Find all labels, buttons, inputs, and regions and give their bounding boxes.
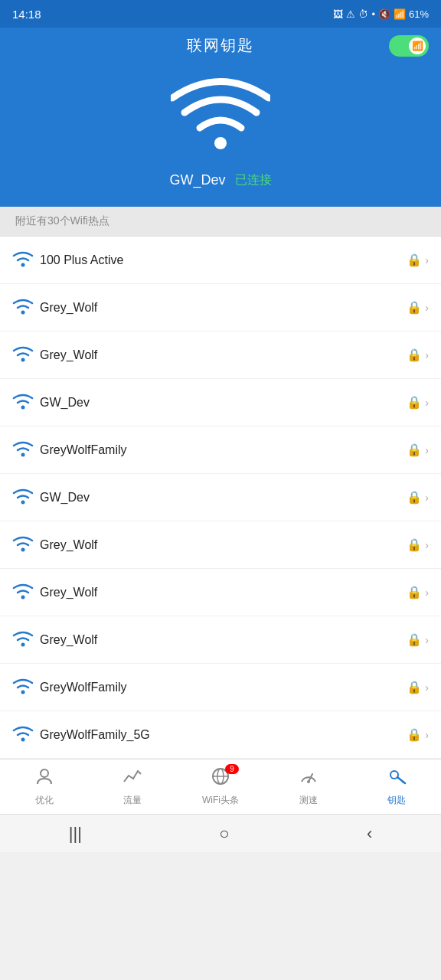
app-header: 联网钥匙 📶 GW_Dev 已连接: [0, 28, 441, 207]
lock-icon: 🔒: [407, 680, 422, 694]
nav-label-traffic: 流量: [123, 794, 142, 807]
lock-icon: 🔒: [407, 300, 422, 315]
wifi-list-item[interactable]: Grey_Wolf 🔒 ›: [0, 521, 441, 569]
nav-item-key[interactable]: 钥匙: [353, 760, 441, 814]
nav-label-wifiheadline: WiFi头条: [202, 794, 239, 807]
section-header-text: 附近有30个Wifi热点: [15, 214, 109, 227]
wifi-right-icons: 🔒 ›: [407, 348, 429, 362]
back-button[interactable]: ‹: [351, 818, 387, 850]
wifi-signal-icon: [12, 344, 40, 366]
svg-point-11: [21, 738, 25, 742]
svg-point-0: [214, 137, 227, 149]
mute-icon: 🔇: [378, 8, 390, 20]
lock-icon: 🔒: [407, 443, 422, 457]
lock-icon: 🔒: [407, 395, 422, 410]
wifi-list-item[interactable]: 100 Plus Active 🔒 ›: [0, 237, 441, 284]
wifi-name-label: Grey_Wolf: [40, 301, 407, 315]
wifi-signal-icon: [12, 581, 40, 603]
wifi-signal-icon: [12, 486, 40, 508]
toggle-wifi-icon: 📶: [412, 41, 423, 51]
wifi-right-icons: 🔒 ›: [407, 585, 429, 599]
chevron-right-icon: ›: [425, 729, 429, 741]
lock-icon: 🔒: [407, 348, 422, 362]
status-bar: 14:18 🖼 ⚠ ⏱ • 🔇 📶 61%: [0, 0, 441, 28]
system-nav: ||| ○ ‹: [0, 814, 441, 852]
nav-item-traffic[interactable]: 流量: [88, 760, 176, 814]
wifi-name-label: GreyWolfFamily_5G: [40, 728, 407, 742]
svg-point-17: [307, 780, 310, 783]
svg-point-4: [21, 406, 25, 410]
nav-label-speedtest: 测速: [299, 794, 318, 807]
svg-point-2: [21, 311, 25, 315]
nav-item-speedtest[interactable]: 测速: [265, 760, 353, 814]
wifi-list-item[interactable]: Grey_Wolf 🔒 ›: [0, 284, 441, 332]
chevron-right-icon: ›: [425, 349, 429, 361]
wifi-right-icons: 🔒 ›: [407, 253, 429, 267]
wifi-list-item[interactable]: GreyWolfFamily 🔒 ›: [0, 426, 441, 474]
nav-item-optimize[interactable]: 优化: [0, 760, 88, 814]
lock-icon: 🔒: [407, 253, 422, 267]
svg-point-10: [21, 691, 25, 694]
photo-icon: 🖼: [333, 8, 343, 20]
wifi-list-item[interactable]: Grey_Wolf 🔒 ›: [0, 332, 441, 379]
section-header: 附近有30个Wifi热点: [0, 207, 441, 237]
wifi-signal-icon: [12, 724, 40, 746]
svg-point-1: [21, 263, 25, 267]
wifi-list-item[interactable]: GW_Dev 🔒 ›: [0, 474, 441, 521]
nav-icon-traffic: [122, 766, 142, 791]
connected-ssid: GW_Dev: [169, 172, 225, 188]
chevron-right-icon: ›: [425, 492, 429, 504]
lock-icon: 🔒: [407, 727, 422, 742]
wifi-list-item[interactable]: GreyWolfFamily_5G 🔒 ›: [0, 711, 441, 759]
chevron-right-icon: ›: [425, 586, 429, 599]
wifi-name-label: Grey_Wolf: [40, 586, 407, 599]
nav-badge: 9: [225, 764, 239, 774]
wifi-signal-icon: [12, 534, 40, 556]
home-button[interactable]: ○: [204, 818, 244, 850]
nav-icon-speedtest: [299, 766, 318, 791]
wifi-big-icon: [171, 73, 270, 160]
chevron-right-icon: ›: [425, 444, 429, 456]
wifi-right-icons: 🔒 ›: [407, 632, 429, 647]
chevron-right-icon: ›: [425, 634, 429, 646]
toggle-knob: 📶: [409, 38, 426, 54]
nav-icon-optimize: [34, 766, 54, 791]
svg-point-12: [41, 769, 48, 777]
wifi-toggle[interactable]: 📶: [389, 35, 429, 57]
app-title: 联网钥匙: [187, 35, 254, 56]
lock-icon: 🔒: [407, 585, 422, 599]
wifi-name-label: GW_Dev: [40, 491, 407, 505]
wifi-list-item[interactable]: Grey_Wolf 🔒 ›: [0, 569, 441, 616]
connected-label: 已连接: [235, 172, 272, 188]
nav-label-key: 钥匙: [387, 794, 406, 807]
warning-icon: ⚠: [346, 8, 355, 20]
chevron-right-icon: ›: [425, 397, 429, 409]
recents-button[interactable]: |||: [54, 818, 97, 850]
svg-point-5: [21, 453, 25, 457]
wifi-signal-icon: [12, 676, 40, 698]
wifi-list: 100 Plus Active 🔒 › Grey_Wolf 🔒 ›: [0, 237, 441, 759]
nav-item-wifiheadline[interactable]: 9 WiFi头条: [176, 760, 264, 814]
dot-icon: •: [371, 8, 375, 20]
wifi-name-label: GreyWolfFamily: [40, 681, 407, 694]
wifi-name-label: Grey_Wolf: [40, 538, 407, 552]
nav-icon-key: [387, 766, 407, 791]
wifi-name-label: Grey_Wolf: [40, 633, 407, 647]
clock-icon: ⏱: [358, 8, 368, 20]
chevron-right-icon: ›: [425, 681, 429, 694]
wifi-list-item[interactable]: GW_Dev 🔒 ›: [0, 379, 441, 426]
lock-icon: 🔒: [407, 537, 422, 552]
wifi-signal-icon: [12, 439, 40, 461]
battery-label: 61%: [409, 8, 429, 20]
wifi-list-item[interactable]: Grey_Wolf 🔒 ›: [0, 616, 441, 664]
chevron-right-icon: ›: [425, 539, 429, 551]
nav-label-optimize: 优化: [35, 794, 54, 807]
chevron-right-icon: ›: [425, 302, 429, 314]
lock-icon: 🔒: [407, 490, 422, 505]
svg-point-6: [21, 501, 25, 505]
wifi-signal-icon: [12, 296, 40, 318]
wifi-right-icons: 🔒 ›: [407, 300, 429, 315]
wifi-signal-icon: [12, 391, 40, 413]
svg-point-7: [21, 548, 25, 552]
wifi-list-item[interactable]: GreyWolfFamily 🔒 ›: [0, 664, 441, 711]
